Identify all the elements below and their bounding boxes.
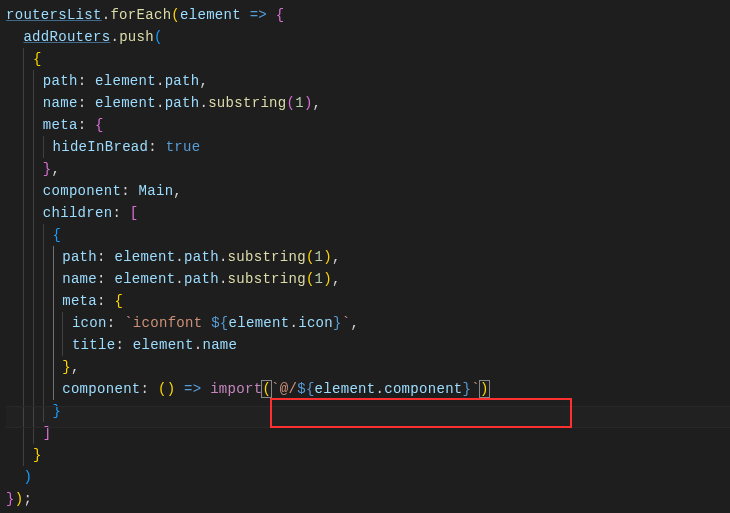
- identifier: routersList: [6, 7, 102, 23]
- code-line: path: element.path,: [6, 70, 730, 92]
- code-line: }: [6, 400, 730, 422]
- code-line: name: element.path.substring(1),: [6, 268, 730, 290]
- code-line: ): [6, 466, 730, 488]
- code-line: name: element.path.substring(1),: [6, 92, 730, 114]
- code-line: });: [6, 488, 730, 510]
- code-line: {: [6, 48, 730, 70]
- code-line: routersList.forEach(element => {: [6, 4, 730, 26]
- code-line: children: [: [6, 202, 730, 224]
- code-line: icon: `iconfont ${element.icon}`,: [6, 312, 730, 334]
- code-editor[interactable]: routersList.forEach(element => { addRout…: [6, 0, 730, 510]
- code-line: component: Main,: [6, 180, 730, 202]
- code-line: addRouters.push(: [6, 26, 730, 48]
- code-line: }: [6, 444, 730, 466]
- code-line: meta: {: [6, 114, 730, 136]
- code-line: component: () => import(`@/${element.com…: [6, 378, 730, 400]
- code-line: {: [6, 224, 730, 246]
- code-line: },: [6, 356, 730, 378]
- code-line: ]: [6, 422, 730, 444]
- code-line: meta: {: [6, 290, 730, 312]
- code-line: path: element.path.substring(1),: [6, 246, 730, 268]
- code-line: hideInBread: true: [6, 136, 730, 158]
- code-line: title: element.name: [6, 334, 730, 356]
- code-line: },: [6, 158, 730, 180]
